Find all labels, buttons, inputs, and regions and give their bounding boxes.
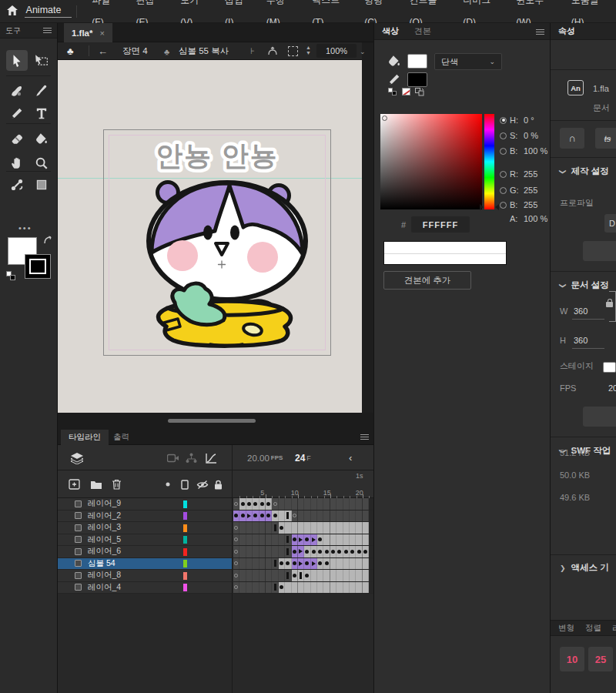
frame-cell[interactable]: [317, 546, 323, 557]
tab-color[interactable]: 색상: [374, 25, 407, 37]
frame-cell[interactable]: [298, 546, 304, 557]
color-type-dropdown[interactable]: 단색 ⌄: [434, 53, 502, 70]
color-value[interactable]: 100 %: [524, 214, 547, 223]
frame-cell[interactable]: [239, 522, 246, 534]
frame-cell[interactable]: [350, 498, 356, 510]
frame-grid[interactable]: [233, 498, 373, 594]
hand-tool[interactable]: [6, 152, 28, 173]
frame-cell[interactable]: [285, 546, 291, 557]
frame-cell[interactable]: [259, 582, 266, 594]
frame-cell[interactable]: [233, 558, 239, 570]
frame-cell[interactable]: [330, 511, 336, 522]
color-value[interactable]: 255: [524, 169, 537, 179]
no-color-icon[interactable]: [402, 88, 410, 95]
frame-cell[interactable]: [304, 570, 310, 581]
frame-cell[interactable]: [356, 546, 362, 557]
frame-cell[interactable]: [317, 534, 323, 546]
frame-cell[interactable]: [363, 534, 369, 546]
zoom-dropdown-icon[interactable]: ⌄: [360, 42, 366, 60]
color-panel-menu-icon[interactable]: [536, 29, 544, 35]
frame-cell[interactable]: [233, 570, 239, 581]
frame-cell[interactable]: [317, 582, 323, 594]
timeline-collapse-icon[interactable]: ‹: [349, 445, 352, 470]
frame-cell[interactable]: [266, 522, 272, 534]
layer-row[interactable]: 심볼 54: [58, 558, 232, 571]
frame-cell[interactable]: [330, 582, 336, 594]
outline-color-dot-icon[interactable]: [166, 470, 170, 498]
layer-row[interactable]: 레이어_8: [58, 570, 232, 582]
layer-row[interactable]: 레이어_6: [58, 546, 232, 558]
frame-cell[interactable]: [233, 534, 239, 546]
layer-color-chip[interactable]: [183, 500, 187, 508]
frame-cell[interactable]: [246, 546, 253, 557]
frame-cell[interactable]: [246, 534, 253, 546]
frame-cell[interactable]: [279, 498, 285, 510]
color-value[interactable]: 255: [524, 186, 537, 195]
delete-layer-icon[interactable]: [112, 470, 122, 498]
stage-color-swatch[interactable]: [603, 362, 616, 373]
symbol-menu-icon[interactable]: ♣: [67, 42, 74, 60]
frame-cell[interactable]: [272, 582, 278, 594]
frame-cell[interactable]: [311, 558, 317, 570]
frame-cell[interactable]: [292, 546, 298, 557]
timeline-fps[interactable]: 20.00FPS: [247, 445, 283, 470]
frame-cell[interactable]: [239, 498, 246, 510]
tab-properties[interactable]: 속성: [551, 25, 583, 37]
hex-value-input[interactable]: FFFFFF: [411, 216, 470, 233]
frame-cell[interactable]: [350, 558, 356, 570]
frame-cell[interactable]: [311, 534, 317, 546]
default-colors-icon[interactable]: [388, 88, 397, 95]
bottom-tab-1[interactable]: 정렬: [585, 623, 601, 634]
frame-cell[interactable]: [292, 511, 298, 522]
frame-cell[interactable]: [285, 570, 291, 581]
frame-cell[interactable]: [330, 534, 336, 546]
color-radio[interactable]: [500, 187, 507, 194]
frame-cell[interactable]: [239, 558, 246, 570]
frame-cell[interactable]: [336, 582, 343, 594]
color-radio[interactable]: [500, 132, 507, 139]
frame-row[interactable]: [233, 582, 373, 594]
hue-slider[interactable]: [484, 114, 494, 209]
snap-ts-button[interactable]: ts: [595, 128, 616, 149]
color-value[interactable]: 0 °: [524, 116, 534, 125]
frame-cell[interactable]: [272, 558, 278, 570]
frame-cell[interactable]: [336, 546, 343, 557]
frame-cell[interactable]: [233, 546, 239, 557]
frame-cell[interactable]: [266, 558, 272, 570]
frame-cell[interactable]: [259, 558, 266, 570]
frame-cell[interactable]: [253, 558, 259, 570]
publish-button[interactable]: [583, 241, 616, 261]
frame-cell[interactable]: [246, 570, 253, 581]
classic-brush-tool[interactable]: [31, 80, 52, 101]
frame-cell[interactable]: [323, 570, 330, 581]
frame-cell[interactable]: [304, 522, 310, 534]
frame-cell[interactable]: [311, 582, 317, 594]
layer-row[interactable]: 레이어_2: [58, 511, 232, 523]
frame-cell[interactable]: [336, 570, 343, 581]
frame-cell[interactable]: [239, 570, 246, 581]
frame-cell[interactable]: [246, 498, 253, 510]
frame-cell[interactable]: [356, 582, 362, 594]
frame-cell[interactable]: [336, 534, 343, 546]
frame-cell[interactable]: [311, 511, 317, 522]
frame-cell[interactable]: [272, 498, 278, 510]
frame-cell[interactable]: [304, 546, 310, 557]
frame-cell[interactable]: [363, 546, 369, 557]
frame-cell[interactable]: [292, 522, 298, 534]
hue-slider-handle[interactable]: [495, 204, 499, 210]
stroke-color-swatch[interactable]: [407, 72, 427, 87]
new-layer-icon[interactable]: [69, 470, 80, 498]
frame-cell[interactable]: [266, 582, 272, 594]
frame-cell[interactable]: [253, 511, 259, 522]
frame-cell[interactable]: [285, 534, 291, 546]
new-folder-icon[interactable]: [90, 470, 102, 498]
frame-cell[interactable]: [343, 534, 350, 546]
swap-colors-icon[interactable]: [43, 236, 53, 246]
frame-cell[interactable]: [285, 522, 291, 534]
frame-cell[interactable]: [246, 582, 253, 594]
outline-toggle-icon[interactable]: [181, 470, 189, 498]
frame-cell[interactable]: [285, 498, 291, 510]
frame-row[interactable]: [233, 522, 373, 534]
app-name-menu[interactable]: Animate: [25, 5, 72, 18]
frame-cell[interactable]: [239, 546, 246, 557]
